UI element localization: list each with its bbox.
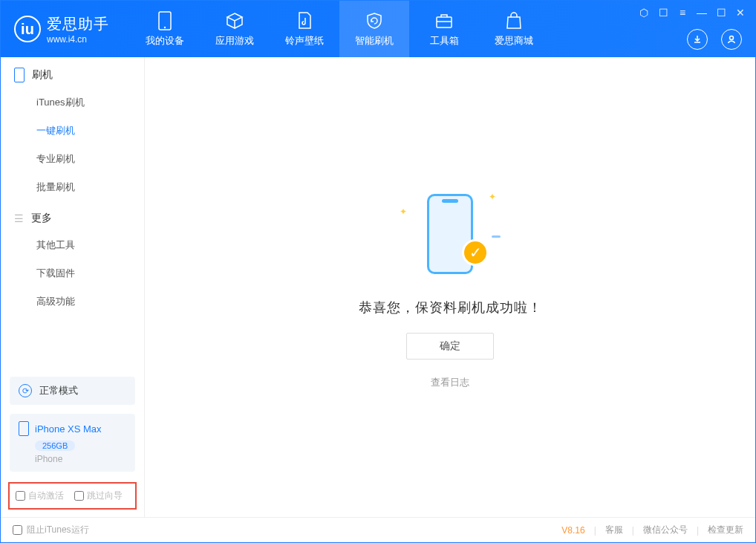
- close-button[interactable]: ✕: [734, 7, 746, 19]
- svg-rect-2: [437, 17, 452, 27]
- spark-icon: ✦: [489, 192, 496, 202]
- cube-icon: [225, 11, 244, 30]
- view-log-link[interactable]: 查看日志: [431, 376, 469, 389]
- download-button[interactable]: [687, 29, 708, 50]
- toolbox-icon: [434, 11, 454, 30]
- app-name: 爱思助手: [47, 14, 109, 34]
- checkbox-row: 自动激活 跳过向导: [8, 482, 137, 510]
- device-icon: [14, 68, 25, 82]
- device-type: iPhone: [35, 454, 126, 464]
- checkbox-auto-activate[interactable]: 自动激活: [16, 490, 64, 502]
- ok-button[interactable]: 确定: [406, 333, 494, 360]
- mode-icon: ⟳: [19, 384, 32, 397]
- wechat-link[interactable]: 微信公众号: [643, 524, 688, 536]
- tab-flash[interactable]: 智能刷机: [339, 1, 409, 57]
- logo-icon: iu: [14, 16, 41, 42]
- svg-point-3: [730, 36, 734, 40]
- maximize-button[interactable]: ☐: [715, 7, 727, 19]
- sidebar-group-more: ☰ 更多: [1, 201, 144, 231]
- more-icon: ☰: [14, 212, 24, 224]
- tab-device[interactable]: 我的设备: [130, 1, 200, 57]
- tab-toolbox[interactable]: 工具箱: [409, 1, 479, 57]
- success-text: 恭喜您，保资料刷机成功啦！: [359, 299, 542, 316]
- svg-point-1: [164, 26, 166, 27]
- update-link[interactable]: 检查更新: [708, 524, 743, 536]
- block-itunes-input[interactable]: [13, 525, 22, 535]
- sidebar-item-other[interactable]: 其他工具: [1, 231, 144, 259]
- user-button[interactable]: [721, 29, 742, 50]
- support-link[interactable]: 客服: [605, 524, 623, 536]
- device-box[interactable]: iPhone XS Max 256GB iPhone: [10, 414, 135, 472]
- minimize-button[interactable]: —: [696, 7, 708, 19]
- block-itunes-checkbox[interactable]: 阻止iTunes运行: [13, 524, 89, 536]
- device-small-icon: [19, 421, 29, 436]
- sidebar-group-flash: 刷机: [1, 57, 144, 88]
- app-url: www.i4.cn: [47, 34, 109, 45]
- version-label: V8.16: [561, 525, 584, 536]
- success-illustration: ✦ ✦ ✓: [398, 186, 502, 282]
- storage-badge: 256GB: [35, 440, 75, 451]
- line-decor: [492, 235, 501, 238]
- tab-apps[interactable]: 应用游戏: [200, 1, 270, 57]
- music-file-icon: [295, 11, 314, 30]
- sidebar-item-advanced[interactable]: 高级功能: [1, 287, 144, 316]
- logo[interactable]: iu 爱思助手 www.i4.cn: [14, 14, 109, 45]
- app-window: iu 爱思助手 www.i4.cn 我的设备 应用游戏: [0, 0, 756, 543]
- check-badge-icon: ✓: [462, 239, 489, 266]
- bag-icon: [504, 11, 524, 30]
- tab-ringtone[interactable]: 铃声壁纸: [270, 1, 339, 57]
- skip-guide-input[interactable]: [74, 491, 84, 501]
- checkbox-skip-guide[interactable]: 跳过向导: [74, 490, 123, 502]
- sidebar-item-pro[interactable]: 专业刷机: [1, 145, 144, 173]
- header-tabs: 我的设备 应用游戏 铃声壁纸 智能刷机: [130, 1, 549, 57]
- statusbar: 阻止iTunes运行 V8.16 | 客服 | 微信公众号 | 检查更新: [1, 517, 755, 542]
- mode-label: 正常模式: [39, 384, 78, 397]
- device-name: iPhone XS Max: [35, 423, 102, 435]
- window-controls: ⬡ ☐ ≡ — ☐ ✕: [638, 7, 746, 19]
- sidebar: 刷机 iTunes刷机 一键刷机 专业刷机 批量刷机 ☰ 更多 其他工具 下载固…: [1, 57, 145, 517]
- spark-icon: ✦: [400, 207, 407, 217]
- main-content: ✦ ✦ ✓ 恭喜您，保资料刷机成功啦！ 确定 查看日志: [145, 57, 755, 517]
- sidebar-item-oneclick[interactable]: 一键刷机: [1, 117, 144, 145]
- header: iu 爱思助手 www.i4.cn 我的设备 应用游戏: [1, 1, 755, 57]
- refresh-shield-icon: [365, 11, 384, 30]
- auto-activate-input[interactable]: [16, 491, 25, 501]
- sidebar-item-firmware[interactable]: 下载固件: [1, 259, 144, 287]
- sidebar-item-itunes[interactable]: iTunes刷机: [1, 88, 144, 117]
- feedback-icon[interactable]: ☐: [657, 7, 669, 19]
- body: 刷机 iTunes刷机 一键刷机 专业刷机 批量刷机 ☰ 更多 其他工具 下载固…: [1, 57, 755, 517]
- tshirt-icon[interactable]: ⬡: [638, 7, 650, 19]
- menu-icon[interactable]: ≡: [677, 7, 688, 19]
- mode-box[interactable]: ⟳ 正常模式: [10, 377, 135, 405]
- tab-store[interactable]: 爱思商城: [479, 1, 549, 57]
- phone-icon: [155, 11, 175, 30]
- sidebar-item-batch[interactable]: 批量刷机: [1, 173, 144, 201]
